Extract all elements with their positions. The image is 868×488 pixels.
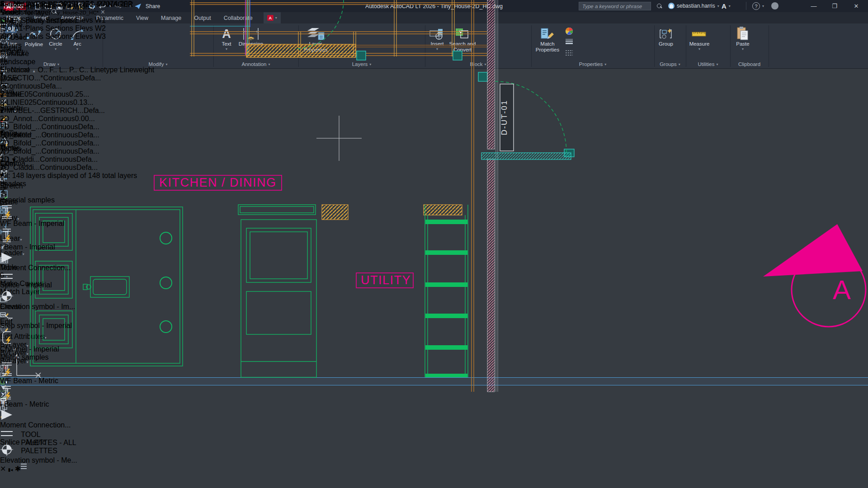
layout-tab-w1[interactable]: ISO A1-Plans Sections Elevs W1 [0, 16, 106, 24]
splice-icon [0, 272, 77, 281]
tool-elevation-symbol-imperial[interactable]: Elevation symbol - Im... [0, 289, 77, 311]
door-tag: D-UT-01 [500, 84, 514, 151]
quick-calc-icon[interactable] [0, 398, 868, 404]
utility-label: UTILITY [361, 273, 411, 287]
annotation-visibility-icon[interactable] [0, 136, 106, 143]
clean-screen-icon[interactable] [0, 199, 106, 205]
grid-toggle-icon[interactable] [0, 57, 106, 63]
tool-palette-close-icon[interactable]: ✕ [0, 465, 6, 473]
copy-clip-icon[interactable] [0, 404, 868, 411]
status-bar: Model ISO A1-Plans Sections Elevs W1 ISO… [0, 0, 106, 205]
step-symbol-icon [0, 311, 77, 322]
hatched-counter [322, 205, 348, 220]
graphics-performance-icon[interactable] [0, 192, 106, 199]
metric-samples-header: Metric samples [0, 353, 77, 361]
model-tab[interactable]: Model [0, 8, 106, 16]
gear-caret-icon[interactable]: ▾ [0, 171, 4, 179]
door-tag-text: D-UT-01 [500, 100, 509, 135]
snap-toggle-icon[interactable] [0, 63, 106, 70]
osnap-toggle-icon[interactable] [0, 122, 106, 128]
wf-beam-icon [0, 204, 77, 220]
ortho-toggle-icon[interactable] [0, 78, 106, 84]
door-posts [357, 51, 574, 157]
settings-gear-icon[interactable] [0, 164, 106, 171]
i-beam-icon [0, 385, 77, 400]
isodraft-caret-icon[interactable]: ▾ [0, 107, 4, 115]
tool-i-beam-imperial[interactable]: I Beam - Imperial [0, 228, 77, 251]
kitchen-label: KITCHEN / DINING [159, 176, 277, 189]
wf-beam-icon [0, 361, 77, 377]
tool-palette-autohide-icon[interactable]: ▮◂ [8, 467, 13, 472]
wall-section [472, 0, 498, 392]
autocad-window: A LT ▾ ▾ ▾ ▾ Share Autodesk AutoCAD LT 2… [0, 0, 868, 488]
col-lineweight[interactable]: Lineweight [120, 66, 155, 74]
tool-palette-properties-icon[interactable]: ✱ [15, 465, 21, 473]
tool-channel-imperial[interactable]: Channel - Imperial [0, 330, 77, 353]
tool-moment-connection-imperial[interactable]: Moment Connection... [0, 251, 77, 272]
model-space-badge[interactable]: MODEL [0, 49, 26, 56]
moment-connection-icon [0, 251, 77, 264]
new-layout-button[interactable]: + [0, 41, 106, 49]
moment-connection-icon [0, 408, 77, 421]
door-swing-arcs [295, 0, 566, 153]
tool-i-beam-metric[interactable]: I Beam - Metric [0, 385, 77, 408]
i-beam-icon [0, 228, 77, 243]
tool-palette-title: TOOL PALETTES - ALL PALETTES [21, 431, 77, 455]
hatched-shelf-top [424, 205, 462, 215]
utility-lines [190, 0, 250, 55]
channel-icon [0, 330, 77, 345]
osnap-caret-icon[interactable]: ▾ [0, 128, 4, 136]
snap-caret-icon[interactable]: ▾ [0, 70, 4, 78]
tool-palette-body: Imperial samples WF Beam - Imperial I Be… [0, 196, 77, 465]
layout-tab-w2[interactable]: ISO A1-Plans Sections Elevs W2 [0, 24, 106, 33]
kitchen-cabinets-middle [238, 205, 316, 377]
cut-clip-icon[interactable] [0, 411, 868, 418]
crosshair-cursor[interactable] [316, 116, 362, 161]
door-leaf [481, 153, 571, 160]
polar-caret-icon[interactable]: ▾ [0, 92, 4, 99]
utility-shelving [425, 205, 468, 377]
tool-palette-titlebar: ✕ ▮◂ ✱ TOOL PALETTES - ALL PALETTES [0, 465, 77, 473]
scale-value[interactable]: 1:1 [0, 156, 10, 164]
tool-splice-imperial[interactable]: Splice - Imperial [0, 272, 77, 289]
scale-caret-icon[interactable]: ▾ [12, 156, 16, 164]
tool-step-symbol-imperial[interactable]: Step symbol - Imperial [0, 311, 77, 330]
status-toggles: MODEL ▾ ▾ ▾ ▾ 1:1 ▾ ▾ [0, 49, 106, 205]
annotation-monitor-icon[interactable] [0, 179, 106, 186]
detail-marker: A [763, 224, 866, 327]
polar-tracking-icon[interactable] [0, 84, 106, 91]
tool-wf-beam-imperial[interactable]: WF Beam - Imperial [0, 204, 77, 228]
hatched-beam [246, 44, 356, 57]
tool-palette-grip-icon[interactable] [21, 464, 27, 469]
otrack-toggle-icon[interactable] [0, 115, 106, 122]
tool-wf-beam-metric[interactable]: WF Beam - Metric [0, 361, 77, 385]
elevation-symbol-icon [0, 289, 77, 303]
autoscale-icon[interactable] [0, 143, 106, 149]
layout-tab-w3[interactable]: ISO A1-Plans Sections Elevs W3 [0, 33, 106, 41]
isodraft-toggle-icon[interactable] [0, 100, 106, 107]
tool-moment-connection-metric[interactable]: Moment Connection... [0, 408, 77, 429]
isolate-objects-icon[interactable] [0, 186, 106, 192]
id-point-icon[interactable] [0, 391, 868, 398]
annotation-scale-icon[interactable] [0, 149, 106, 155]
detail-letter: A [833, 275, 851, 305]
